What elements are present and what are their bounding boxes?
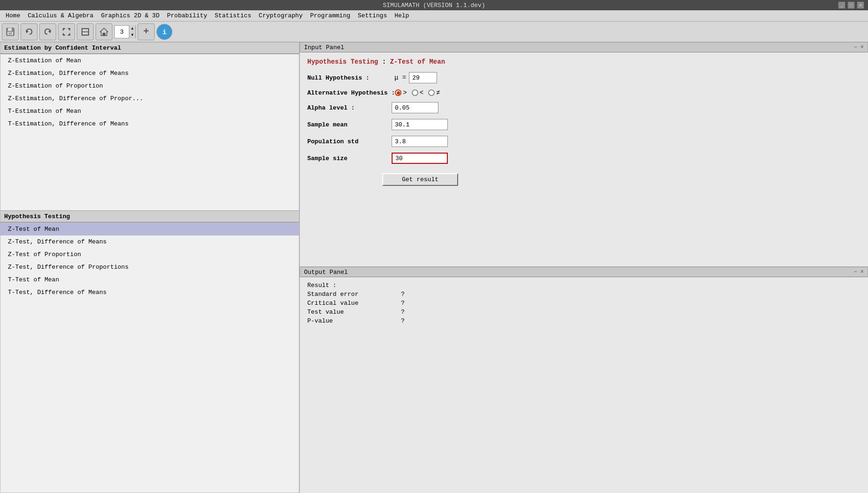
list-item[interactable]: Z-Estimation, Difference of Means — [0, 67, 299, 80]
spinner-down[interactable]: ▼ — [129, 32, 135, 38]
minimize-button[interactable]: _ — [838, 1, 846, 9]
home-icon — [99, 27, 109, 37]
svg-marker-5 — [48, 30, 51, 33]
svg-marker-9 — [67, 33, 70, 36]
null-hypothesis-input[interactable] — [409, 72, 437, 83]
menu-cryptography[interactable]: Cryptography — [255, 11, 306, 20]
output-critical-value-label: Critical value — [307, 300, 401, 307]
list-item[interactable]: T-Estimation, Difference of Means — [0, 118, 299, 130]
list-item-ztest-diff-prop[interactable]: Z-Test, Difference of Proportions — [0, 261, 299, 273]
menu-home[interactable]: Home — [2, 11, 24, 20]
output-panel: Output Panel − × Result : Standard error… — [300, 267, 868, 493]
menu-graphics[interactable]: Graphics 2D & 3D — [97, 11, 163, 20]
sample-mean-row: Sample mean — [307, 119, 861, 130]
alternative-hypothesis-label: Alternative Hypothesis : — [307, 89, 395, 96]
spinner-up[interactable]: ▲ — [129, 25, 135, 32]
zoom-spinner[interactable]: ▲ ▼ — [114, 25, 136, 38]
output-result-header: Result : — [307, 282, 861, 289]
input-content: Hypothesis Testing : Z-Test of Mean Null… — [300, 52, 868, 266]
get-result-button[interactable]: Get result — [382, 173, 458, 186]
list-item-ztest-diff[interactable]: Z-Test, Difference of Means — [0, 235, 299, 248]
hypothesis-title-text: Hypothesis Testing — [307, 58, 378, 66]
redo-button[interactable] — [39, 23, 56, 40]
output-panel-close[interactable]: − × — [853, 269, 864, 275]
undo-button[interactable] — [21, 23, 37, 40]
sample-size-input[interactable] — [392, 153, 448, 164]
save-button[interactable] — [2, 23, 19, 40]
population-std-input[interactable] — [392, 136, 448, 147]
home-button[interactable] — [96, 23, 112, 40]
list-item[interactable]: T-Estimation of Mean — [0, 105, 299, 118]
alternative-hypothesis-row: Alternative Hypothesis : > < ≠ — [307, 89, 861, 96]
sample-mean-label: Sample mean — [307, 121, 392, 128]
add-button[interactable]: + — [138, 23, 155, 40]
list-item[interactable]: Z-Estimation of Proportion — [0, 80, 299, 92]
left-panel: Estimation by Confident Interval Z-Estim… — [0, 42, 300, 493]
radio-notequal-circle[interactable] — [428, 89, 435, 96]
output-std-error-value: ? — [401, 291, 405, 298]
radio-less[interactable]: < — [412, 89, 423, 96]
get-result-row: Get result — [307, 169, 861, 186]
info-icon: i — [158, 26, 171, 38]
menu-programming[interactable]: Programming — [306, 11, 354, 20]
input-panel-close[interactable]: − × — [853, 44, 864, 51]
main-area: Estimation by Confident Interval Z-Estim… — [0, 42, 868, 493]
null-hypothesis-row: Null Hypothesis : μ = — [307, 72, 861, 83]
radio-notequal[interactable]: ≠ — [428, 89, 440, 96]
list-item-ztest-mean[interactable]: Z-Test of Mean — [0, 223, 299, 235]
shrink-button[interactable] — [77, 23, 94, 40]
shrink-icon — [80, 27, 90, 37]
menu-calculus[interactable]: Calculus & Algebra — [24, 11, 97, 20]
menu-settings[interactable]: Settings — [354, 11, 391, 20]
svg-rect-1 — [8, 28, 12, 31]
radio-less-circle[interactable] — [412, 89, 418, 96]
save-icon — [5, 27, 15, 37]
list-item[interactable]: Z-Estimation, Difference of Propor... — [0, 92, 299, 105]
undo-icon — [24, 27, 34, 37]
app-title: SIMULAMATH (VERSION 1.1.dev) — [383, 2, 485, 9]
menu-help[interactable]: Help — [391, 11, 413, 20]
output-content: Result : Standard error ? Critical value… — [300, 277, 868, 493]
radio-greater[interactable]: > — [395, 89, 407, 96]
fit-button[interactable] — [58, 23, 75, 40]
maximize-button[interactable]: □ — [847, 1, 855, 9]
population-std-label: Population std — [307, 138, 392, 145]
menu-probability[interactable]: Probability — [163, 11, 211, 20]
output-std-error-label: Standard error — [307, 291, 401, 298]
hypothesis-section: Hypothesis Testing Z-Test of Mean Z-Test… — [0, 211, 299, 493]
right-panel: Input Panel − × Hypothesis Testing : Z-T… — [300, 42, 868, 493]
sample-size-row: Sample size — [307, 153, 861, 164]
radio-greater-circle[interactable] — [395, 89, 401, 96]
menu-statistics[interactable]: Statistics — [211, 11, 255, 20]
svg-marker-8 — [63, 33, 66, 36]
svg-marker-7 — [67, 28, 70, 31]
list-item[interactable]: Z-Estimation of Mean — [0, 54, 299, 67]
mu-symbol: μ = — [394, 74, 406, 81]
title-bar-buttons[interactable]: _ □ ✕ — [838, 1, 864, 9]
output-critical-value-value: ? — [401, 300, 405, 307]
hypothesis-title: Hypothesis Testing : Z-Test of Mean — [307, 58, 861, 66]
null-hypothesis-label: Null Hypothesis : — [307, 74, 392, 81]
output-p-value-value: ? — [401, 317, 405, 324]
output-test-value-label: Test value — [307, 309, 401, 316]
close-button[interactable]: ✕ — [857, 1, 864, 9]
input-panel: Input Panel − × Hypothesis Testing : Z-T… — [300, 42, 868, 267]
estimation-section: Estimation by Confident Interval Z-Estim… — [0, 42, 299, 211]
output-critical-value-row: Critical value ? — [307, 300, 861, 307]
list-item-ttest-diff[interactable]: T-Test, Difference of Means — [0, 286, 299, 299]
info-button[interactable]: i — [156, 24, 172, 40]
alpha-level-row: Alpha level : — [307, 102, 861, 113]
output-p-value-row: P-value ? — [307, 317, 861, 324]
estimation-header: Estimation by Confident Interval — [0, 42, 299, 54]
redo-icon — [43, 27, 53, 37]
svg-text:i: i — [162, 28, 166, 36]
sample-mean-input[interactable] — [392, 119, 448, 130]
alpha-level-input[interactable] — [392, 102, 438, 113]
list-item-ttest-mean[interactable]: T-Test of Mean — [0, 273, 299, 286]
list-item-ztest-prop[interactable]: Z-Test of Proportion — [0, 248, 299, 261]
zoom-value[interactable] — [115, 26, 129, 38]
fit-icon — [61, 27, 72, 37]
output-panel-header: Output Panel − × — [300, 267, 868, 277]
input-panel-header: Input Panel − × — [300, 42, 868, 52]
svg-rect-3 — [8, 32, 12, 35]
